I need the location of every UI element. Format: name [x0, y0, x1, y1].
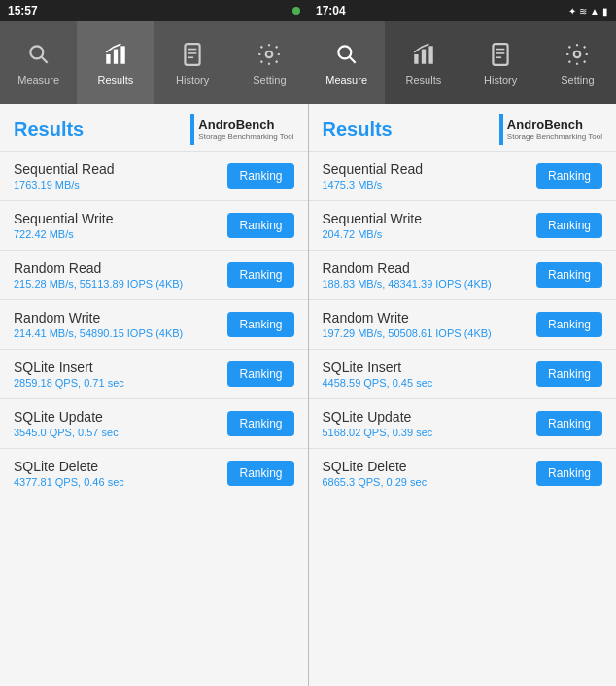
signal-icon: ≋	[579, 6, 587, 17]
result-row: Random Write 197.29 MB/s, 50508.61 IOPS …	[309, 299, 617, 349]
result-name: Sequential Write	[14, 211, 113, 226]
result-info: SQLite Delete 4377.81 QPS, 0.46 sec	[14, 459, 124, 488]
left-results-panel: Results AndroBench Storage Benchmarking …	[0, 104, 308, 686]
right-setting-label: Setting	[561, 74, 594, 86]
logo-bar-left	[190, 114, 194, 145]
result-name: SQLite Update	[323, 409, 433, 425]
ranking-button[interactable]: Ranking	[536, 213, 602, 238]
result-row: SQLite Insert 2859.18 QPS, 0.71 sec Rank…	[0, 349, 308, 398]
svg-rect-4	[120, 46, 124, 63]
left-androbench-logo: AndroBench Storage Benchmarking Tool	[190, 114, 293, 145]
result-value: 4458.59 QPS, 0.45 sec	[323, 377, 433, 389]
left-nav-results[interactable]: Results	[77, 21, 154, 104]
left-nav-setting[interactable]: Setting	[231, 21, 308, 104]
left-status-icons	[292, 7, 300, 15]
right-androbench-logo: AndroBench Storage Benchmarking Tool	[499, 114, 602, 145]
result-value: 4377.81 QPS, 0.46 sec	[14, 476, 124, 488]
result-value: 3545.0 QPS, 0.57 sec	[14, 427, 119, 438]
svg-rect-5	[186, 44, 200, 65]
svg-rect-12	[414, 54, 418, 64]
right-nav-bar: Measure Results History Setting	[308, 21, 616, 104]
gear-icon-r	[563, 41, 592, 68]
battery-icon: ▮	[602, 6, 608, 17]
result-row: SQLite Update 5168.02 QPS, 0.39 sec Rank…	[309, 398, 617, 448]
result-value: 1475.3 MB/s	[323, 179, 424, 190]
right-nav-setting[interactable]: Setting	[539, 21, 616, 104]
left-logo-sub: Storage Benchmarking Tool	[198, 132, 293, 141]
result-row: Random Read 188.83 MB/s, 48341.39 IOPS (…	[309, 250, 617, 299]
result-value: 1763.19 MB/s	[14, 179, 115, 190]
svg-point-10	[338, 46, 351, 58]
right-results-header: Results AndroBench Storage Benchmarking …	[309, 104, 617, 151]
left-setting-label: Setting	[253, 74, 286, 86]
result-name: Random Read	[14, 260, 183, 276]
ranking-button[interactable]: Ranking	[536, 312, 602, 337]
right-history-label: History	[484, 74, 517, 86]
result-info: SQLite Update 5168.02 QPS, 0.39 sec	[323, 409, 433, 438]
svg-rect-15	[494, 44, 508, 65]
ranking-button[interactable]: Ranking	[536, 361, 602, 387]
ranking-button[interactable]: Ranking	[536, 262, 602, 288]
ranking-button[interactable]: Ranking	[227, 213, 293, 238]
right-nav-results[interactable]: Results	[385, 21, 462, 104]
result-row: Sequential Write 204.72 MB/s Ranking	[309, 200, 617, 250]
left-nav-measure[interactable]: Measure	[0, 21, 77, 104]
doc-icon	[178, 41, 207, 68]
result-value: 2859.18 QPS, 0.71 sec	[14, 377, 124, 389]
svg-point-19	[574, 51, 581, 57]
search-icon	[24, 41, 53, 68]
right-logo-name: AndroBench	[507, 118, 602, 132]
right-nav-history[interactable]: History	[462, 21, 539, 104]
result-info: SQLite Update 3545.0 QPS, 0.57 sec	[14, 409, 119, 438]
result-info: Sequential Read 1763.19 MB/s	[14, 161, 115, 190]
chart-icon	[101, 41, 130, 68]
ranking-button[interactable]: Ranking	[536, 163, 602, 189]
result-name: SQLite Insert	[323, 360, 433, 375]
svg-point-0	[30, 46, 43, 58]
ranking-button[interactable]: Ranking	[536, 461, 602, 486]
left-nav-history[interactable]: History	[154, 21, 231, 104]
ranking-button[interactable]: Ranking	[227, 361, 293, 387]
ranking-button[interactable]: Ranking	[227, 262, 293, 288]
result-row: Sequential Read 1763.19 MB/s Ranking	[0, 151, 308, 200]
chart-icon-r	[409, 41, 438, 68]
status-bar-right: 17:04 ✦ ≋ ▲ ▮	[308, 0, 616, 21]
status-bar-left: 15:57	[0, 0, 308, 21]
ranking-button[interactable]: Ranking	[227, 312, 293, 337]
result-info: SQLite Insert 2859.18 QPS, 0.71 sec	[14, 360, 124, 389]
search-icon-r	[332, 41, 361, 68]
right-measure-label: Measure	[325, 74, 367, 86]
result-row: Sequential Read 1475.3 MB/s Ranking	[309, 151, 617, 200]
result-info: Sequential Write 722.42 MB/s	[14, 211, 113, 240]
result-value: 215.28 MB/s, 55113.89 IOPS (4KB)	[14, 278, 183, 290]
result-row: Random Read 215.28 MB/s, 55113.89 IOPS (…	[0, 250, 308, 299]
right-status-icons: ✦ ≋ ▲ ▮	[568, 6, 608, 17]
wifi-icon: ▲	[590, 6, 599, 17]
result-value: 214.41 MB/s, 54890.15 IOPS (4KB)	[14, 327, 183, 339]
result-name: SQLite Update	[14, 409, 119, 425]
left-nav-bar: Measure Results History Setting	[0, 21, 308, 104]
result-name: Random Write	[323, 310, 492, 326]
result-info: SQLite Insert 4458.59 QPS, 0.45 sec	[323, 360, 433, 389]
svg-point-9	[266, 51, 273, 57]
right-results-title: Results	[323, 119, 393, 141]
result-info: SQLite Delete 6865.3 QPS, 0.29 sec	[323, 459, 428, 488]
ranking-button[interactable]: Ranking	[227, 461, 293, 486]
result-row: SQLite Update 3545.0 QPS, 0.57 sec Ranki…	[0, 398, 308, 448]
bluetooth-icon: ✦	[568, 6, 576, 17]
result-row: SQLite Delete 4377.81 QPS, 0.46 sec Rank…	[0, 448, 308, 497]
ranking-button[interactable]: Ranking	[227, 163, 293, 189]
result-name: Sequential Read	[14, 161, 115, 177]
right-nav-measure[interactable]: Measure	[308, 21, 385, 104]
result-value: 6865.3 QPS, 0.29 sec	[323, 476, 428, 488]
logo-bar-right	[499, 114, 503, 145]
left-result-rows: Sequential Read 1763.19 MB/s Ranking Seq…	[0, 151, 308, 497]
right-time: 17:04	[316, 4, 346, 17]
ranking-button[interactable]: Ranking	[536, 411, 602, 436]
left-time: 15:57	[8, 4, 38, 17]
left-results-title: Results	[14, 119, 84, 141]
result-name: Sequential Read	[323, 161, 424, 177]
result-value: 204.72 MB/s	[323, 228, 422, 240]
result-name: Sequential Write	[323, 211, 422, 226]
ranking-button[interactable]: Ranking	[227, 411, 293, 436]
